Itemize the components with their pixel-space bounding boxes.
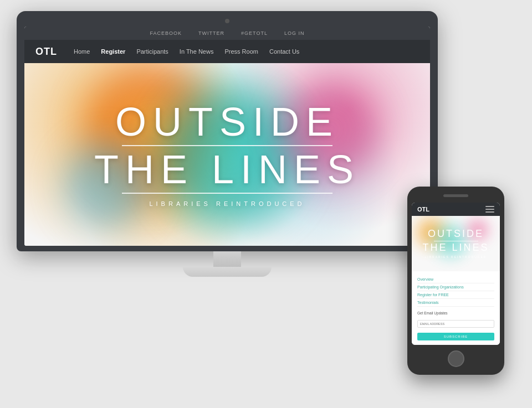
- nav-twitter[interactable]: TWITTER: [198, 30, 224, 36]
- phone-hero-divider: [434, 241, 478, 241]
- nav-contact-us[interactable]: Contact Us: [269, 48, 299, 55]
- scene: FACEBOOK TWITTER #GETOTL LOG IN OTL Home…: [0, 0, 532, 408]
- phone-menu-testimonials[interactable]: Testimonials: [417, 299, 494, 307]
- nav-bar: OTL Home Register Participants In The Ne…: [24, 40, 430, 63]
- phone-menu-overview[interactable]: Overview: [417, 276, 494, 283]
- nav-in-the-news[interactable]: In The News: [180, 48, 214, 55]
- hamburger-icon[interactable]: [485, 206, 494, 213]
- phone-content: Overview Participating Organizations Reg…: [412, 271, 500, 345]
- phone-hero-outside: OUTSIDE: [422, 229, 489, 240]
- nav-press-room[interactable]: Press Room: [224, 48, 258, 55]
- phone-nav-logo: OTL: [417, 206, 429, 213]
- hero-text: OUTSIDE THE LINES LIBRARIES REINTRODUCED: [94, 102, 360, 207]
- phone-menu-register[interactable]: Register for FREE: [417, 291, 494, 299]
- nav-participants[interactable]: Participants: [136, 48, 168, 55]
- phone-speaker: [443, 194, 468, 197]
- nav-register[interactable]: Register: [101, 48, 125, 55]
- phone-subscribe-button[interactable]: SUBSCRIBE: [417, 333, 494, 340]
- stand-neck: [213, 251, 241, 267]
- hero-section: OUTSIDE THE LINES LIBRARIES REINTRODUCED: [24, 63, 430, 246]
- phone-hero-sub: LIBRARIES REINTRODUCED: [422, 255, 489, 259]
- phone-outer: OTL OUTSIDE THE LINES LIBRARIES RE: [407, 187, 504, 375]
- phone-screen: OTL OUTSIDE THE LINES LIBRARIES RE: [412, 203, 500, 345]
- monitor: FACEBOOK TWITTER #GETOTL LOG IN OTL Home…: [17, 11, 438, 277]
- nav-getotl[interactable]: #GETOTL: [241, 30, 268, 36]
- phone: OTL OUTSIDE THE LINES LIBRARIES RE: [407, 187, 504, 375]
- monitor-stand: [17, 251, 438, 277]
- monitor-camera: [225, 19, 229, 23]
- phone-menu-participating[interactable]: Participating Organizations: [417, 283, 494, 291]
- phone-hero-thelines: THE LINES: [422, 242, 489, 254]
- monitor-screen: FACEBOOK TWITTER #GETOTL LOG IN OTL Home…: [24, 27, 430, 246]
- nav-home[interactable]: Home: [74, 48, 90, 55]
- nav-logo: OTL: [35, 46, 57, 58]
- phone-home-button[interactable]: [448, 350, 464, 367]
- monitor-screen-outer: FACEBOOK TWITTER #GETOTL LOG IN OTL Home…: [17, 11, 438, 251]
- hero-divider2: [122, 193, 332, 194]
- nav-login[interactable]: LOG IN: [284, 30, 305, 36]
- phone-email-input[interactable]: [417, 320, 494, 328]
- hero-subtitle: LIBRARIES REINTRODUCED: [94, 200, 360, 207]
- phone-email-label: Get Email Updates: [417, 311, 494, 315]
- phone-email-section: Get Email Updates SUBSCRIBE: [417, 311, 494, 340]
- hero-title-the-lines: THE LINES: [94, 149, 360, 189]
- nav-links: Home Register Participants In The News P…: [74, 48, 299, 55]
- hero-title-outside: OUTSIDE: [94, 102, 360, 142]
- nav-facebook[interactable]: FACEBOOK: [150, 30, 182, 36]
- top-bar: FACEBOOK TWITTER #GETOTL LOG IN: [24, 27, 430, 40]
- stand-base: [183, 267, 272, 277]
- hero-divider: [122, 145, 332, 146]
- phone-nav: OTL: [412, 203, 500, 216]
- phone-hero: OUTSIDE THE LINES LIBRARIES REINTRODUCED: [412, 216, 500, 271]
- phone-hero-text: OUTSIDE THE LINES LIBRARIES REINTRODUCED: [422, 229, 489, 259]
